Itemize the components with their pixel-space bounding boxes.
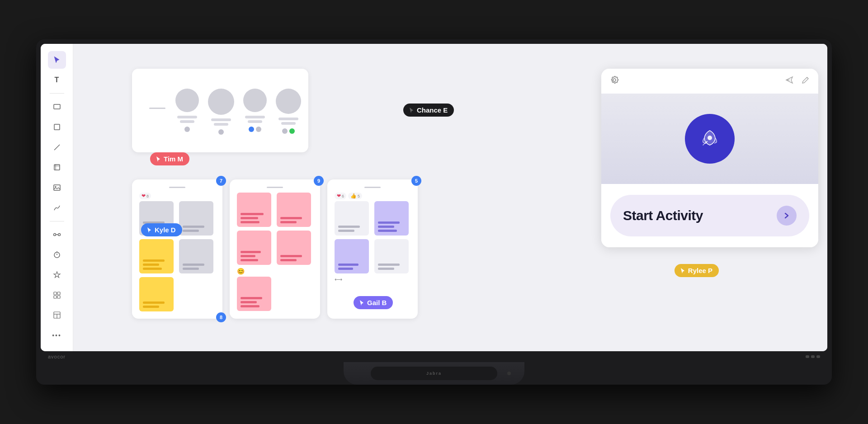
- speaker-camera: [507, 372, 511, 375]
- notes-panel-2: 😊 9: [230, 179, 320, 319]
- sticky-note-yellow-1: [139, 239, 174, 273]
- extra-note-area: [139, 277, 215, 311]
- monitor: T: [36, 39, 832, 385]
- svg-rect-0: [54, 104, 60, 109]
- cursor-tool[interactable]: [48, 51, 66, 69]
- card-line: [214, 123, 228, 126]
- avatar-2: [208, 89, 234, 115]
- activity-panel-header: [601, 69, 818, 94]
- panel-2-handle: [267, 187, 283, 188]
- card-line: [245, 116, 265, 118]
- start-activity-button[interactable]: Start Activity: [610, 195, 809, 236]
- card-badges: [184, 127, 190, 132]
- edit-icon[interactable]: [801, 75, 810, 87]
- card-badges: [218, 129, 224, 135]
- emoji-area: 😊: [237, 268, 313, 275]
- panel-actions: [785, 75, 810, 87]
- timer-tool[interactable]: [48, 246, 66, 264]
- sticky-note-pink-1: [237, 193, 271, 227]
- notes-grid-1: [139, 201, 215, 273]
- monitor-brand-bar: avocor: [41, 351, 827, 362]
- monitor-indicators: [806, 355, 820, 358]
- sticky-note-pink-5: [237, 277, 271, 311]
- sticky-note-white-1: [335, 201, 369, 236]
- settings-icon[interactable]: [609, 75, 619, 87]
- badge-blue: [249, 127, 254, 132]
- panel-3-handle: [364, 187, 381, 188]
- monitor-stand: Jabra: [344, 362, 524, 385]
- rylee-cursor: Rylee P: [675, 264, 719, 277]
- brand-label: avocor: [48, 354, 66, 359]
- notes-grid-2: [237, 193, 313, 265]
- connect-tool[interactable]: [48, 226, 66, 244]
- gail-label: Gail B: [367, 299, 387, 306]
- kyle-cursor: Kyle D: [141, 223, 182, 236]
- card-badges: [249, 127, 261, 132]
- tim-label: Tim M: [164, 155, 183, 163]
- indicator-dot-2: [811, 355, 815, 358]
- activity-hero: [601, 94, 818, 184]
- connector-area: ⟷: [335, 276, 410, 283]
- rocket-icon: [697, 126, 722, 151]
- avatar-1: [175, 89, 199, 112]
- kyle-label: Kyle D: [155, 226, 176, 234]
- canvas-area: ❤8: [73, 44, 827, 351]
- sticky-note-pink-2: [277, 193, 311, 227]
- sticky-note-lavender-2: [335, 239, 369, 273]
- template-tool[interactable]: [48, 306, 66, 324]
- svg-rect-1: [54, 124, 60, 130]
- user-card-3: [243, 89, 267, 132]
- notes-panel-1: ❤8: [132, 179, 222, 319]
- panel-1-handle: [169, 187, 185, 188]
- badge-green: [289, 128, 295, 134]
- crop-tool[interactable]: [48, 159, 66, 176]
- component-tool[interactable]: [48, 286, 66, 304]
- sidebar-divider-1: [50, 93, 64, 94]
- card-lines-2: [211, 118, 231, 126]
- more-tools-button[interactable]: •••: [48, 326, 66, 344]
- sidebar: T: [41, 44, 73, 351]
- panel-1-badge: 7: [216, 176, 226, 186]
- panel-1-badge-2: 8: [216, 312, 226, 322]
- draw-tool[interactable]: [48, 199, 66, 217]
- svg-rect-16: [54, 296, 57, 298]
- gail-cursor: Gail B: [354, 296, 393, 309]
- panel-handle: [149, 108, 165, 109]
- line-tool[interactable]: [48, 138, 66, 156]
- text-tool[interactable]: T: [48, 71, 66, 89]
- svg-rect-6: [54, 185, 60, 190]
- image-tool[interactable]: [48, 179, 66, 196]
- panel-2-badge: 9: [314, 176, 324, 186]
- tim-cursor: Tim M: [150, 152, 189, 165]
- card-line: [278, 118, 298, 120]
- heart-reaction-2: ❤6: [335, 193, 346, 199]
- card-line: [180, 120, 194, 123]
- star-tool[interactable]: [48, 266, 66, 284]
- avatar-3: [243, 89, 267, 112]
- card-lines-4: [278, 118, 298, 125]
- start-activity-text: Start Activity: [623, 208, 703, 223]
- activity-panel: Start Activity: [601, 69, 818, 247]
- extra-pink-note: [237, 277, 313, 311]
- card-line: [248, 120, 262, 123]
- square-tool[interactable]: [48, 118, 66, 136]
- badge: [184, 127, 190, 132]
- sticky-note-yellow-2: [139, 277, 174, 311]
- chance-cursor: Chance E: [403, 104, 454, 117]
- heart-reaction: ❤8: [139, 193, 151, 199]
- reaction-bar-3: ❤6 👍5: [335, 193, 410, 199]
- sticky-note-pink-4: [277, 231, 311, 265]
- card-line: [281, 122, 296, 125]
- send-icon[interactable]: [785, 75, 794, 87]
- rectangle-tool[interactable]: [48, 98, 66, 116]
- user-cards-panel: [132, 69, 308, 152]
- sidebar-divider-2: [50, 221, 64, 221]
- reaction-bar-1: ❤8: [139, 193, 215, 199]
- notes-grid-3: [335, 201, 410, 273]
- svg-line-2: [54, 145, 60, 150]
- card-lines-3: [245, 116, 265, 123]
- card-badges: [282, 128, 295, 134]
- thumb-reaction: 👍5: [348, 193, 362, 199]
- card-lines-1: [177, 116, 197, 123]
- start-activity-arrow-icon: [777, 206, 797, 226]
